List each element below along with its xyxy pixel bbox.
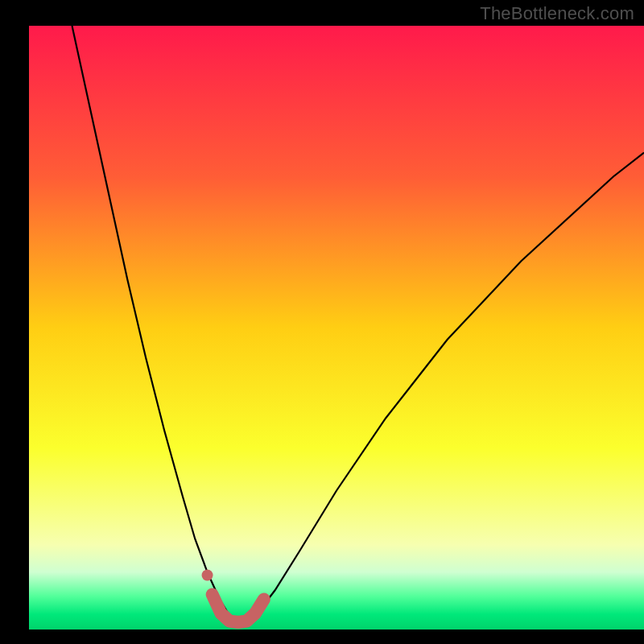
chart-frame: TheBottleneck.com [0,0,644,644]
chart-svg [0,0,644,644]
watermark-text: TheBottleneck.com [480,3,634,24]
plot-background [29,26,644,630]
marker-highlight-dot [202,570,213,581]
marker-group [202,570,213,581]
